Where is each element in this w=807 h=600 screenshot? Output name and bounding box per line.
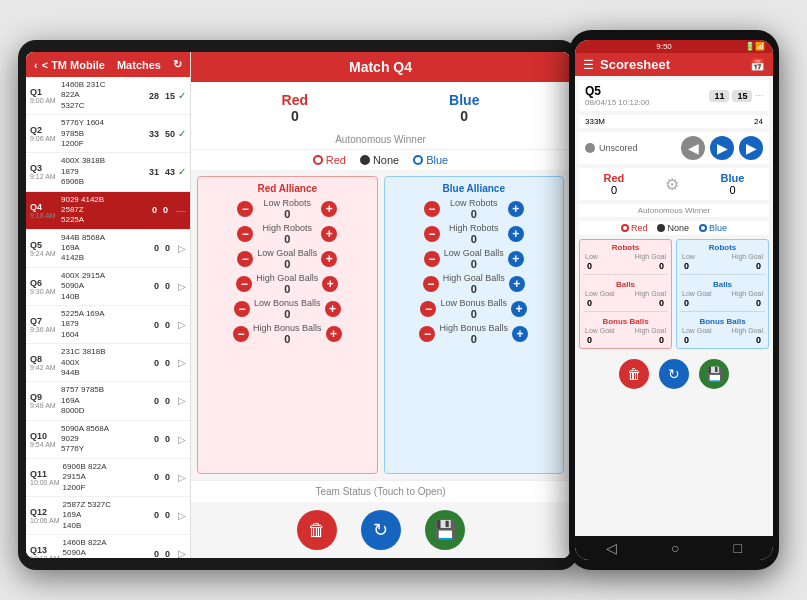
low-goal-balls-blue-val: 0 bbox=[444, 258, 504, 270]
phone-red-alliance: Red 0 bbox=[604, 172, 625, 196]
sidebar-row-q10[interactable]: Q10 9:54 AM 5090A 8568A90295776Y 0 0 ▷ bbox=[26, 421, 190, 459]
low-goal-balls-blue-plus[interactable]: + bbox=[508, 251, 524, 267]
phone-next1-btn[interactable]: ▶ bbox=[710, 136, 734, 160]
sidebar-row-q11[interactable]: Q11 10:00 AM 6906B 822A2915A1200F 0 0 ▷ bbox=[26, 459, 190, 497]
low-goal-balls-blue-minus[interactable]: − bbox=[424, 251, 440, 267]
phone-delete-button[interactable]: 🗑 bbox=[619, 359, 649, 389]
row-score-blue: 0 bbox=[165, 472, 170, 482]
sidebar-row-q4[interactable]: Q4 9:18 AM 9029 4142B2587Z5225A 0 0 — bbox=[26, 192, 190, 230]
low-goal-balls-red-plus[interactable]: + bbox=[321, 251, 337, 267]
delete-button[interactable]: 🗑 bbox=[297, 510, 337, 550]
row-time: 9:18 AM bbox=[30, 212, 58, 219]
dash-icon: ▷ bbox=[178, 510, 186, 521]
phone-radio-none[interactable]: None bbox=[657, 223, 689, 233]
phone-alliance-row: Red 0 ⚙ Blue 0 bbox=[579, 168, 769, 200]
high-goal-balls-blue-val: 0 bbox=[443, 283, 505, 295]
high-goal-balls-blue-plus[interactable]: + bbox=[509, 276, 525, 292]
sidebar-row-q1[interactable]: Q1 9:00 AM 1460B 231C822A5327C 28 15 ✓ bbox=[26, 77, 190, 115]
row-scores: 0 0 bbox=[148, 358, 176, 368]
row-score-red: 33 bbox=[149, 129, 159, 139]
blue-title: Blue bbox=[449, 92, 479, 108]
row-score-red: 0 bbox=[154, 549, 159, 558]
high-goal-balls-blue-minus[interactable]: − bbox=[423, 276, 439, 292]
phone-menu-icon[interactable]: ☰ bbox=[583, 58, 594, 72]
high-bonus-balls-blue-plus[interactable]: + bbox=[512, 326, 528, 342]
phone-refresh-button[interactable]: ↻ bbox=[659, 359, 689, 389]
row-score-blue: 0 bbox=[165, 243, 170, 253]
low-robots-red-plus[interactable]: + bbox=[321, 201, 337, 217]
high-bonus-balls-red: − High Bonus Balls 0 + bbox=[204, 323, 371, 345]
low-goal-balls-red-minus[interactable]: − bbox=[237, 251, 253, 267]
sidebar-back[interactable]: ‹ < TM Mobile bbox=[34, 59, 105, 71]
high-bonus-balls-blue-minus[interactable]: − bbox=[419, 326, 435, 342]
low-robots-blue-plus[interactable]: + bbox=[508, 201, 524, 217]
high-robots-blue-minus[interactable]: − bbox=[424, 226, 440, 242]
phone-back-icon[interactable]: ◁ bbox=[606, 540, 617, 556]
low-goal-balls-blue-label: Low Goal Balls bbox=[444, 248, 504, 258]
sidebar-row-q8[interactable]: Q8 9:42 AM 231C 3818B400X944B 0 0 ▷ bbox=[26, 344, 190, 382]
row-teams: 1460B 822A5090A8568A bbox=[60, 538, 148, 558]
phone-prev-btn[interactable]: ◀ bbox=[681, 136, 705, 160]
low-bonus-balls-red-plus[interactable]: + bbox=[325, 301, 341, 317]
phone-home-icon[interactable]: ○ bbox=[671, 540, 679, 556]
sidebar-row-q12[interactable]: Q12 10:06 AM 2587Z 5327C169A140B 0 0 ▷ bbox=[26, 497, 190, 535]
radio-blue[interactable]: Blue bbox=[413, 154, 448, 166]
phone-next2-btn[interactable]: ▶ bbox=[739, 136, 763, 160]
low-robots-blue-minus[interactable]: − bbox=[424, 201, 440, 217]
sidebar-row-q3[interactable]: Q3 9:12 AM 400X 3818B18796906B 31 43 ✓ bbox=[26, 153, 190, 191]
radio-red[interactable]: Red bbox=[313, 154, 346, 166]
row-time: 9:30 AM bbox=[30, 288, 58, 295]
sidebar-row-q7[interactable]: Q7 9:36 AM 5225A 169A18791604 0 0 ▷ bbox=[26, 306, 190, 344]
low-bonus-balls-blue-plus[interactable]: + bbox=[511, 301, 527, 317]
phone-recents-icon[interactable]: □ bbox=[734, 540, 742, 556]
high-robots-red-plus[interactable]: + bbox=[321, 226, 337, 242]
dash-icon: ▷ bbox=[178, 319, 186, 330]
sidebar-row-q6[interactable]: Q6 9:30 AM 400X 2915A5090A140B 0 0 ▷ bbox=[26, 268, 190, 306]
blue-alliance-header: Blue 0 bbox=[449, 92, 479, 124]
sidebar-row-q13[interactable]: Q13 10:12 AM 1460B 822A5090A8568A 0 0 ▷ bbox=[26, 535, 190, 558]
sidebar-row-q5[interactable]: Q5 9:24 AM 944B 8568A169A4142B 0 0 ▷ bbox=[26, 230, 190, 268]
save-button[interactable]: 💾 bbox=[425, 510, 465, 550]
high-bonus-balls-red-plus[interactable]: + bbox=[326, 326, 342, 342]
high-bonus-balls-blue-label: High Bonus Balls bbox=[439, 323, 508, 333]
phone-radio-red[interactable]: Red bbox=[621, 223, 648, 233]
high-robots-blue-plus[interactable]: + bbox=[508, 226, 524, 242]
row-time: 9:36 AM bbox=[30, 326, 58, 333]
low-robots-blue: − Low Robots 0 + bbox=[391, 198, 558, 220]
red-alliance-label: Red Alliance bbox=[204, 183, 371, 194]
high-bonus-balls-red-minus[interactable]: − bbox=[233, 326, 249, 342]
score-chip-1: 11 bbox=[709, 90, 729, 102]
low-bonus-balls-red-minus[interactable]: − bbox=[234, 301, 250, 317]
row-id: Q4 bbox=[30, 202, 58, 212]
row-score-red: 0 bbox=[154, 472, 159, 482]
sidebar-refresh-icon[interactable]: ↻ bbox=[173, 58, 182, 71]
red-alliance-header: Red 0 bbox=[282, 92, 308, 124]
radio-none[interactable]: None bbox=[360, 154, 399, 166]
row-teams: 400X 3818B18796906B bbox=[58, 156, 148, 187]
phone-radio-blue[interactable]: Blue bbox=[699, 223, 727, 233]
sidebar-row-q2[interactable]: Q2 9:06 AM 5776Y 16049785B1200F 33 50 ✓ bbox=[26, 115, 190, 153]
phone-save-button[interactable]: 💾 bbox=[699, 359, 729, 389]
row-time: 9:48 AM bbox=[30, 402, 58, 409]
sidebar-row-q9[interactable]: Q9 9:48 AM 8757 9785B169A8000D 0 0 ▷ bbox=[26, 382, 190, 420]
high-robots-red-minus[interactable]: − bbox=[237, 226, 253, 242]
high-goal-balls-red-minus[interactable]: − bbox=[236, 276, 252, 292]
team-status[interactable]: Team Status (Touch to Open) bbox=[191, 480, 570, 502]
row-scores: 0 0 bbox=[146, 205, 174, 215]
phone-time: 9:50 bbox=[656, 42, 672, 51]
row-score-red: 28 bbox=[149, 91, 159, 101]
row-time: 10:00 AM bbox=[30, 479, 60, 486]
row-score-blue: 0 bbox=[165, 358, 170, 368]
high-goal-balls-red-plus[interactable]: + bbox=[322, 276, 338, 292]
refresh-button[interactable]: ↻ bbox=[361, 510, 401, 550]
row-score-blue: 43 bbox=[165, 167, 175, 177]
row-score-blue: 0 bbox=[165, 549, 170, 558]
low-robots-red-minus[interactable]: − bbox=[237, 201, 253, 217]
phone-calendar-icon[interactable]: 📅 bbox=[750, 58, 765, 72]
check-icon: ✓ bbox=[178, 128, 186, 139]
dash-icon: ▷ bbox=[178, 243, 186, 254]
row-score-red: 0 bbox=[154, 243, 159, 253]
score-chip-2: 15 bbox=[732, 90, 752, 102]
row-teams: 231C 3818B400X944B bbox=[58, 347, 148, 378]
low-bonus-balls-blue-minus[interactable]: − bbox=[420, 301, 436, 317]
